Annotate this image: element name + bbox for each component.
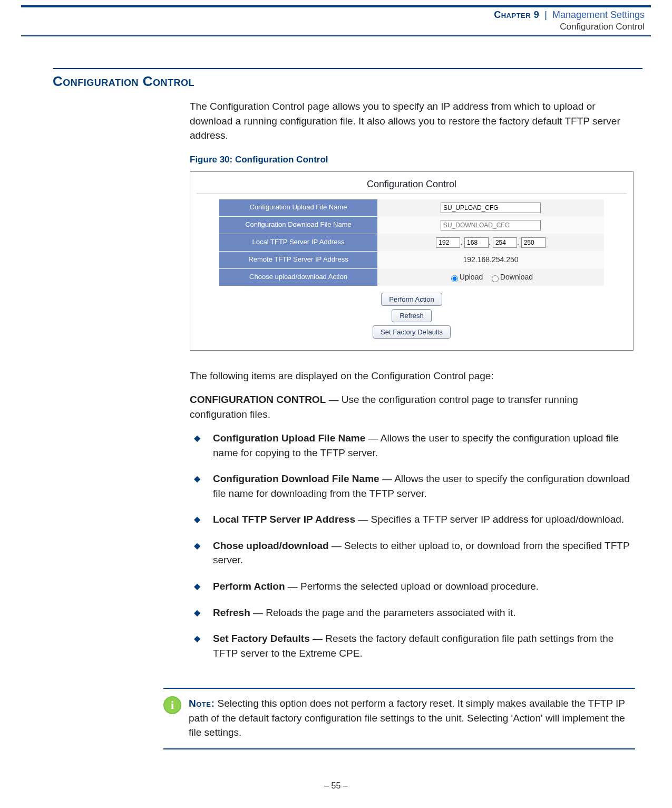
list-item: Set Factory Defaults — Resets the factor…: [194, 631, 635, 672]
input-local-ip-oct3[interactable]: [493, 237, 517, 248]
radio-upload-label: Upload: [460, 273, 483, 281]
list-term: Chose upload/download: [213, 540, 329, 551]
config-control-lead: CONFIGURATION CONTROL — Use the configur…: [190, 392, 635, 421]
dot-icon: .: [489, 238, 491, 246]
config-control-lead-term: CONFIGURATION CONTROL: [190, 394, 326, 405]
intro-paragraph: The Configuration Control page allows yo…: [190, 99, 635, 143]
note-rule-bottom: [163, 748, 635, 749]
page-footer: – 55 –: [0, 781, 672, 791]
section-rule: [53, 68, 642, 69]
input-local-ip-oct2[interactable]: [464, 237, 489, 248]
radio-download-label: Download: [500, 273, 533, 281]
dot-icon: .: [517, 238, 519, 246]
input-upload-file-name[interactable]: [441, 203, 541, 213]
header-bottom-rule: [21, 35, 651, 36]
perform-action-button[interactable]: Perform Action: [381, 293, 442, 306]
list-rest: — Reloads the page and the parameters as…: [250, 607, 516, 618]
list-term: Configuration Download File Name: [213, 473, 379, 484]
ui-title: Configuration Control: [193, 174, 630, 193]
label-download-file-name: Configuration Download File Name: [219, 216, 377, 234]
note-body: Selecting this option does not perform a…: [189, 698, 625, 738]
list-rest: — Specifies a TFTP server IP address for…: [355, 514, 624, 525]
list-rest: — Performs the selected upload or downlo…: [285, 581, 539, 592]
radio-upload[interactable]: [451, 275, 458, 282]
input-local-ip-oct4[interactable]: [521, 237, 546, 248]
header-separator: |: [544, 8, 547, 22]
list-term: Configuration Upload File Name: [213, 432, 365, 444]
chapter-title: Management Settings: [552, 8, 645, 22]
config-control-ui: Configuration Control Configuration Uplo…: [190, 171, 634, 350]
note-text: Note: Selecting this option does not per…: [189, 696, 635, 740]
figure-caption: Figure 30: Configuration Control: [190, 153, 635, 167]
list-term: Set Factory Defaults: [213, 633, 310, 644]
note-lead: Note:: [189, 698, 215, 709]
list-term: Perform Action: [213, 581, 285, 592]
lead-sentence: The following items are displayed on the…: [190, 369, 635, 383]
input-download-file-name[interactable]: [441, 220, 541, 230]
info-icon: i: [163, 696, 181, 714]
radio-download[interactable]: [492, 275, 499, 282]
list-item: Perform Action — Performs the selected u…: [194, 579, 635, 605]
list-item: Local TFTP Server IP Address — Specifies…: [194, 512, 635, 538]
label-local-tftp-ip: Local TFTP Server IP Address: [219, 234, 377, 251]
section-heading: Configuration Control: [53, 73, 672, 90]
label-upload-file-name: Configuration Upload File Name: [219, 199, 377, 217]
label-remote-tftp-ip: Remote TFTP Server IP Address: [219, 251, 377, 268]
list-item: Refresh — Reloads the page and the param…: [194, 605, 635, 632]
dot-icon: .: [460, 238, 462, 246]
ui-divider: [197, 194, 627, 194]
set-factory-defaults-button[interactable]: Set Factory Defaults: [373, 325, 451, 339]
value-remote-tftp-ip: 192.168.254.250: [377, 251, 604, 268]
note-rule-top: [163, 688, 635, 689]
field-descriptions-list: Configuration Upload File Name — Allows …: [194, 431, 635, 672]
list-item: Configuration Upload File Name — Allows …: [194, 431, 635, 472]
list-term: Refresh: [213, 607, 250, 618]
refresh-button[interactable]: Refresh: [392, 309, 432, 322]
running-header-sub: Configuration Control: [0, 22, 672, 35]
list-term: Local TFTP Server IP Address: [213, 514, 355, 525]
chapter-number: Chapter 9: [494, 8, 539, 22]
list-item: Configuration Download File Name — Allow…: [194, 472, 635, 512]
running-header: Chapter 9 | Management Settings: [0, 7, 672, 22]
list-item: Chose upload/download — Selects to eithe…: [194, 538, 635, 579]
label-choose-action: Choose upload/download Action: [219, 268, 377, 286]
input-local-ip-oct1[interactable]: [436, 237, 460, 248]
